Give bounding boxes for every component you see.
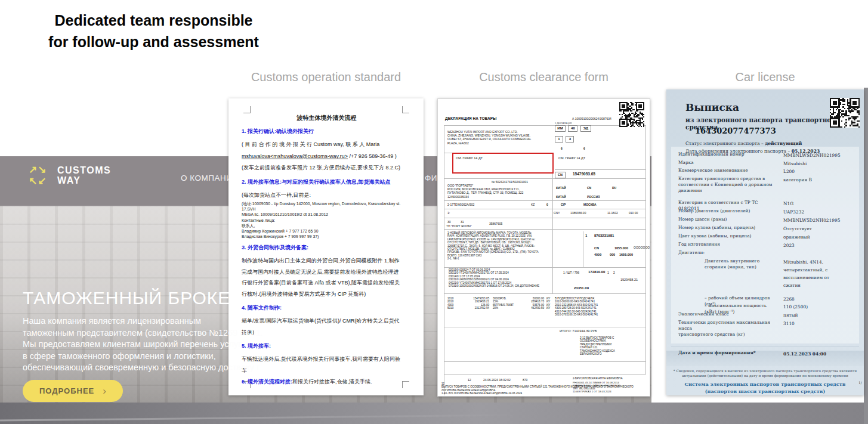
form-grid-line [444,375,645,375]
qr-code [619,102,644,127]
doc-title: 波特主体境外清关流程 [242,114,412,122]
country-origin2: КИТАЙ [556,195,566,199]
section-5-body: 车辆抵达境外后,货代联系境外报关行同事接车,我司需要有人陪同验 车 [242,354,412,376]
website-logo[interactable]: ↗↘ ↖↙ CUSTOMS WAY [29,164,111,187]
section-6-rest: 和报关行对接接车,仓储,清关手续. [292,379,372,385]
form-grid-line [444,178,645,179]
payment-marks-col: ИУ ИУ ИУ ИУ [546,297,550,310]
phone-text: /+7 926 589-36-49 ) [348,153,397,159]
customs-post-name: ТП "ПОРТ ЖОЛЫ" [446,224,472,228]
form-grid-line [583,231,583,267]
total-customs-value: 15479053.65 [573,172,595,176]
divider [671,346,859,346]
license-status-line: Статус электронного паспорта – действующ… [685,141,802,146]
email-link[interactable]: mshuvalova<mshuvalova@customs-way.ru> [242,153,348,159]
section-3-body: 制作波特与国内出口主体之间的外贸合同,外贸合同模板附件 1,制作 完成与国内对接… [242,255,412,299]
section-2-heading: 2. 境外接车信息:与对应的报关行确认接车人信息,卸货海关站点 [242,178,412,186]
section-1-line: ( 目 前 合 作 的 境 外 报 关 行 Custom way, 联 系 人 … [242,139,412,150]
procedure-000: 000 [610,253,615,256]
code-1: 1 [607,271,609,274]
type-cell: ЭД [580,125,591,132]
sender-block: WENZHOU YUTAI IMPORT AND EXPORT CO.,LTD.… [447,130,531,145]
form-cell: 1 [555,136,563,143]
delivery-terms: CIP [561,203,566,206]
section-1-heading: 1. 报关行确认:确认境外报关行 [242,128,412,135]
quantity: 1 / ШТ / 796 [563,271,579,274]
form-grid-line [444,293,645,294]
net-weight: 1655.000 [619,253,633,256]
column-label-clearance-form: Customs clearance form [437,70,650,88]
item-price: 172810.00 [588,270,605,274]
total-line: ИТОГО: 7141944.39 РУБ [560,329,597,333]
customs-declaration-doc: ДЕКЛАРАЦИЯ НА ТОВАРЫ А 10009100/200624/3… [437,98,650,397]
status-value: действующий [765,141,802,146]
sheet-cell: 6 [583,147,585,150]
origin-code: CN [594,246,599,250]
logo-wordmark: CUSTOMS WAY [57,165,111,185]
exchange-rate: 11.1602 [607,211,618,215]
payment-sums-col: 30000.00 289418.73 93576.00 462490.59 [517,297,544,310]
hero-paragraph: Наша компания является лицензированным т… [23,315,263,374]
declaration-number: А 10009100/200624/3087634 [572,117,611,120]
license-number: 164302077477373 [695,126,776,135]
payment-rates-col: 30000РУБ. 15% 657РУБ/0.75КВТ 20% [493,297,514,310]
customs-post-code: 35867605 [489,222,502,225]
inspector-name: 2-БРУСИЛОВСКАЯ АННА ЕФИМОВНА [573,377,623,380]
road-photo-strip [0,403,868,424]
license-system-line2: (паспортов шасси транспортных средств) [670,388,860,394]
section-2-details: (地址:10009050 - t/p Donskoy 142000, Mosco… [242,201,412,239]
details-button-label: ПОДРОБНЕЕ [39,386,94,395]
form-grid-line [645,125,646,375]
nav-item-partial[interactable]: ФИ [425,174,437,182]
details-button[interactable]: ПОДРОБНЕЕ › [23,380,123,402]
invoice-amount: 1386366.00 [570,211,586,215]
payment-bases-col: 15479053.65 1929458.21 126.00 2312452.94 [461,297,489,310]
section-1-contact-line: mshuvalova<mshuvalova@customs-way.ru> /+… [242,151,412,162]
see-graph-text: СМ. ГРАФУ 14 ДТ [558,156,585,160]
sheet-cell: 6 [561,147,563,150]
form-grid-line [444,125,444,395]
column-label-operation-standard: Customs operation standard [228,70,424,88]
status-label: Статус электронного паспорта – [685,141,765,146]
license-footnote: * Сведения, содержащиеся в выписке из эл… [670,369,860,378]
form-grid-line [444,327,645,327]
type-cell: ИМ [555,125,566,132]
car-license-doc: Выписка из электронного паспорта транспо… [666,89,864,395]
section-1-line: (发车之前提前准备发车照片 12 张,方便后续办证,要求见下方 8.2.C) [242,162,412,174]
form-grid-line [444,200,645,201]
section-4-body: 箱单/发票/国际汽车联运货物单(货代提供)/ CMR(哈方转关之后货代 提供) [242,315,412,338]
hero-title: ТАМОЖЕННЫЙ БРОКЕР [23,288,243,308]
section-4-heading: 4. 随车文件制作: [242,304,412,312]
inspector-info: РН/00001.45.24.74МБВ ОТ 16.08.2014 ГЛАВН… [573,381,644,393]
code-2: 2 [613,271,615,274]
customs-value: 1929458.21 [620,278,638,281]
see-graph-text: СМ. ГРАФУ 14 ДТ [456,156,483,160]
item-count: 1: [447,211,450,215]
form-grid-line [444,229,645,230]
currency-cell: CN [555,172,566,178]
section-6-heading: 6. 境外清关流程对接: [242,379,292,385]
license-system-line1: Система электронных паспортов транспортн… [670,381,860,387]
invoice-currency: CNY [554,211,560,215]
slide-root: Dedicated team responsible for follow-up… [0,0,868,424]
column-label-car-license: Car license [666,70,864,88]
country-code-ru: RU [612,186,616,190]
zero-flag: 0 [546,203,548,206]
gross-weight: 1655.000 [614,246,628,250]
release-note: 2-12 ВЫПУСК ТОВАРОВ С ОСОБЕННОСТЯМИ, ПРЕ… [580,336,615,355]
delivery-city: МОСКВА [583,203,597,206]
meta-code: 870 [523,378,527,382]
goods-description: 1-НОВЫЙ ЛЕГКОВОЙ АВТОМОБИЛЬ МАРКА: TOYOT… [447,231,580,261]
chevron-right-icon: › [103,385,106,397]
qr-code [830,98,860,128]
form-cell: 3 [566,136,574,143]
country-origin: КИТАЙ [556,186,566,190]
country-code-cn: CN [587,186,591,190]
form-grid-line [444,209,645,209]
kz-code: KZ [531,203,535,206]
payment-details: В ПОДРОБНОСТИ ПОДСЧЕТА: 1010-30000.00-64… [555,297,644,316]
form-grid-line [444,125,645,126]
type-cell: 40 [568,125,577,132]
logo-arrows-icon: ↗↘ ↖↙ [29,164,51,187]
page-number-fragment: 1/ [858,380,862,385]
